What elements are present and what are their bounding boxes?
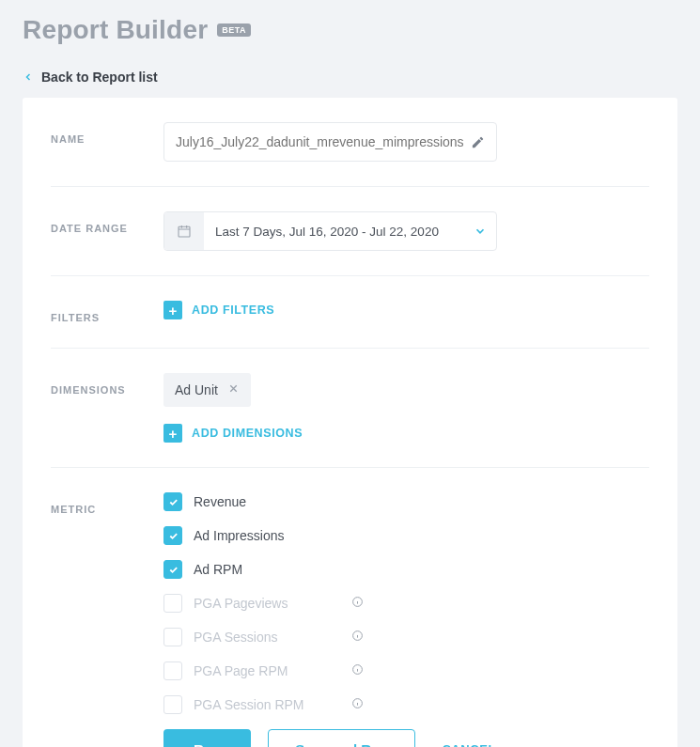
filters-label: FILTERS bbox=[51, 301, 163, 323]
metric-item[interactable]: PGA Page RPM bbox=[163, 661, 649, 680]
checkbox[interactable] bbox=[163, 492, 182, 511]
calendar-icon bbox=[164, 212, 204, 250]
name-input[interactable] bbox=[176, 134, 471, 149]
add-dimensions-button[interactable]: + ADD DIMENSIONS bbox=[163, 424, 303, 443]
metric-item[interactable]: Ad RPM bbox=[163, 560, 649, 579]
plus-icon: + bbox=[163, 301, 182, 319]
metric-label: PGA Pageviews bbox=[194, 596, 316, 611]
metrics-list: RevenueAd ImpressionsAd RPMPGA Pageviews… bbox=[163, 492, 649, 714]
dimensions-row: DIMENSIONS Ad Unit + ADD DIMENSIONS bbox=[51, 349, 649, 468]
add-filters-button[interactable]: + ADD FILTERS bbox=[163, 301, 274, 319]
back-to-report-list-link[interactable]: Back to Report list bbox=[23, 70, 677, 85]
checkbox[interactable] bbox=[163, 594, 182, 613]
checkbox[interactable] bbox=[163, 560, 182, 579]
dimensions-label: DIMENSIONS bbox=[51, 373, 163, 396]
name-row: NAME bbox=[51, 98, 649, 187]
checkbox[interactable] bbox=[163, 628, 182, 646]
arrow-left-icon bbox=[23, 71, 34, 83]
dimension-chip-label: Ad Unit bbox=[175, 382, 218, 397]
info-icon[interactable] bbox=[351, 630, 364, 645]
name-input-wrap[interactable] bbox=[163, 122, 497, 162]
report-builder-card: NAME DATE RANGE Last 7 Days, Jul 16, 202… bbox=[23, 98, 677, 747]
add-filters-label: ADD FILTERS bbox=[192, 303, 274, 317]
metric-item[interactable]: PGA Sessions bbox=[163, 628, 649, 646]
metric-label: PGA Page RPM bbox=[194, 663, 316, 678]
plus-icon: + bbox=[163, 424, 182, 443]
page-title: Report Builder bbox=[23, 15, 208, 45]
filters-row: FILTERS + ADD FILTERS bbox=[51, 276, 649, 349]
metric-item[interactable]: PGA Session RPM bbox=[163, 695, 649, 714]
run-button[interactable]: Run bbox=[163, 729, 251, 747]
metric-label: PGA Sessions bbox=[194, 630, 316, 645]
metric-label: Ad RPM bbox=[194, 562, 242, 577]
add-dimensions-label: ADD DIMENSIONS bbox=[192, 427, 303, 440]
dimension-chip-ad-unit[interactable]: Ad Unit bbox=[163, 373, 251, 407]
checkbox[interactable] bbox=[163, 526, 182, 545]
metric-label: Ad Impressions bbox=[194, 528, 284, 543]
actions-row: Run Save and Run CANCEL bbox=[163, 729, 649, 747]
save-and-run-button[interactable]: Save and Run bbox=[268, 729, 415, 747]
back-to-report-list-label: Back to Report list bbox=[41, 70, 158, 85]
svg-rect-0 bbox=[179, 226, 190, 237]
pencil-icon bbox=[471, 135, 485, 149]
cancel-button[interactable]: CANCEL bbox=[442, 742, 496, 747]
chevron-down-icon bbox=[464, 225, 496, 238]
date-range-select[interactable]: Last 7 Days, Jul 16, 2020 - Jul 22, 2020 bbox=[163, 211, 497, 251]
info-icon[interactable] bbox=[351, 596, 364, 611]
close-icon[interactable] bbox=[227, 382, 240, 397]
info-icon[interactable] bbox=[351, 697, 364, 712]
name-label: NAME bbox=[51, 122, 163, 145]
checkbox[interactable] bbox=[163, 695, 182, 714]
metric-label: Revenue bbox=[194, 494, 246, 509]
metric-item[interactable]: PGA Pageviews bbox=[163, 594, 649, 613]
date-range-value: Last 7 Days, Jul 16, 2020 - Jul 22, 2020 bbox=[204, 225, 464, 239]
date-range-row: DATE RANGE Last 7 Days, Jul 16, 2020 - J… bbox=[51, 187, 649, 276]
beta-badge: BETA bbox=[217, 23, 251, 37]
metric-item[interactable]: Revenue bbox=[163, 492, 649, 511]
metric-label: PGA Session RPM bbox=[194, 697, 316, 712]
metrics-row: METRIC RevenueAd ImpressionsAd RPMPGA Pa… bbox=[51, 468, 649, 747]
page-title-row: Report Builder BETA bbox=[23, 15, 677, 45]
date-range-label: DATE RANGE bbox=[51, 211, 163, 234]
metric-item[interactable]: Ad Impressions bbox=[163, 526, 649, 545]
metrics-label: METRIC bbox=[51, 492, 163, 515]
info-icon[interactable] bbox=[351, 663, 364, 678]
checkbox[interactable] bbox=[163, 661, 182, 680]
